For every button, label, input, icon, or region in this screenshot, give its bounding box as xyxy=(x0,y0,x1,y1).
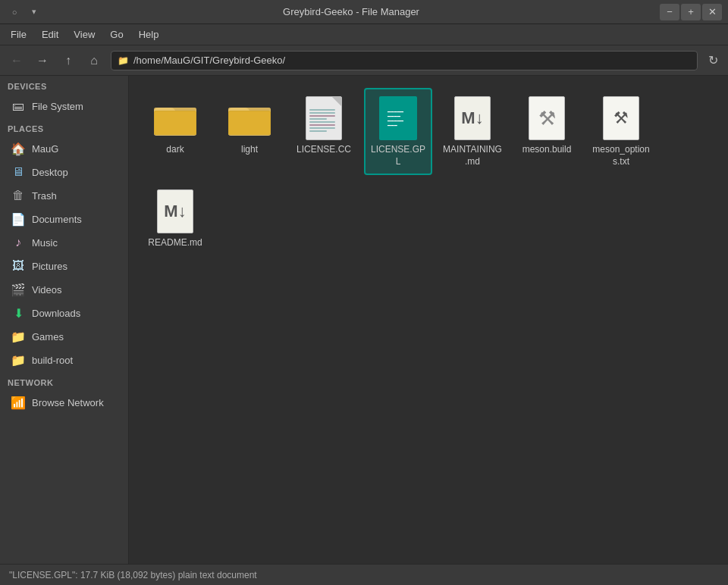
minimize-button[interactable]: − xyxy=(660,4,679,20)
sidebar-label-desktop: Desktop xyxy=(32,167,118,178)
svg-rect-3 xyxy=(155,111,196,134)
music-icon: ♪ xyxy=(11,235,26,250)
sidebar-label-games: Games xyxy=(32,331,118,343)
trash-icon: 🗑 xyxy=(11,188,26,203)
file-name-dark: dark xyxy=(166,144,184,156)
games-icon: 📁 xyxy=(11,329,26,344)
file-icon-meson-build: ⚒ xyxy=(524,95,570,141)
videos-icon: 🎬 xyxy=(11,282,26,297)
menu-view[interactable]: View xyxy=(66,26,102,43)
forward-button[interactable]: → xyxy=(30,49,55,72)
menu-help[interactable]: Help xyxy=(131,26,167,43)
places-section-label: PLACES xyxy=(0,118,128,136)
toolbar: ← → ↑ ⌂ 📁 /home/MauG/GIT/Greybird-Geeko/… xyxy=(0,45,728,76)
desktop-icon: 🖥 xyxy=(11,164,26,180)
file-item-readme-md[interactable]: M↓ README.md xyxy=(141,181,209,257)
file-item-maintaining-md[interactable]: M↓ MAINTAINING.md xyxy=(438,88,507,175)
file-icon-license-gpl: ━━━━━ ━━━━ ━━━━━ ━━━ xyxy=(375,95,421,141)
network-section-label: NETWORK xyxy=(0,372,128,390)
menubar: File Edit View Go Help xyxy=(0,24,728,45)
statusbar: "LICENSE.GPL": 17.7 KiB (18,092 bytes) p… xyxy=(0,564,728,585)
window-title: Greybird-Geeko - File Manager xyxy=(42,6,660,17)
documents-icon: 📄 xyxy=(11,211,26,227)
file-icon-meson-options: ⚒ xyxy=(598,95,644,141)
sidebar-item-file-system[interactable]: 🖴 File System xyxy=(3,95,125,117)
titlebar-left-controls: ○ ▾ xyxy=(6,5,42,19)
file-name-light: light xyxy=(241,144,258,156)
titlebar-right-controls: − + ✕ xyxy=(660,4,722,20)
file-area[interactable]: dark light LICENSE.CC xyxy=(129,76,728,564)
file-icon-license-cc xyxy=(301,95,347,141)
file-name-maintaining-md: MAINTAINING.md xyxy=(443,144,502,167)
address-bar[interactable]: 📁 /home/MauG/GIT/Greybird-Geeko/ xyxy=(111,51,698,70)
file-system-icon: 🖴 xyxy=(11,99,26,114)
build-root-icon: 📁 xyxy=(11,352,26,368)
sidebar-item-music[interactable]: ♪ Music xyxy=(3,231,125,254)
file-name-readme-md: README.md xyxy=(148,237,202,249)
sidebar-label-file-system: File System xyxy=(32,101,118,112)
sidebar-item-games[interactable]: 📁 Games xyxy=(3,325,125,348)
sidebar-label-videos: Videos xyxy=(32,284,118,296)
file-icon-dark xyxy=(152,95,198,141)
sidebar-label-downloads: Downloads xyxy=(32,308,118,319)
sidebar-label-build-root: build-root xyxy=(32,355,118,366)
sidebar-item-desktop[interactable]: 🖥 Desktop xyxy=(3,161,125,183)
back-button[interactable]: ← xyxy=(5,49,29,72)
file-item-light[interactable]: light xyxy=(215,88,284,175)
sidebar-item-downloads[interactable]: ⬇ Downloads xyxy=(3,302,125,324)
address-bar-folder-icon: 📁 xyxy=(118,55,129,66)
sidebar-label-music: Music xyxy=(32,237,118,249)
file-name-meson-options: meson_options.txt xyxy=(592,144,651,167)
home-icon: 🏠 xyxy=(11,141,26,156)
sidebar-label-maug: MauG xyxy=(32,143,118,155)
devices-section-label: DEVICES xyxy=(0,76,128,94)
downloads-icon: ⬇ xyxy=(11,305,26,321)
maximize-button[interactable]: + xyxy=(681,4,701,20)
main-layout: DEVICES 🖴 File System PLACES 🏠 MauG 🖥 De… xyxy=(0,76,728,564)
sidebar-item-videos[interactable]: 🎬 Videos xyxy=(3,278,125,301)
up-button[interactable]: ↑ xyxy=(56,49,80,72)
sidebar-item-trash[interactable]: 🗑 Trash xyxy=(3,184,125,207)
file-icon-maintaining-md: M↓ xyxy=(450,95,495,141)
file-name-license-gpl: LICENSE.GPL xyxy=(369,144,428,167)
sidebar-label-pictures: Pictures xyxy=(32,261,118,272)
svg-text:━━━: ━━━ xyxy=(387,123,397,129)
menu-edit[interactable]: Edit xyxy=(34,26,66,43)
sidebar-item-pictures[interactable]: 🖼 Pictures xyxy=(3,255,125,277)
file-name-meson-build: meson.build xyxy=(522,144,572,156)
file-item-meson-options[interactable]: ⚒ meson_options.txt xyxy=(587,88,655,175)
file-icon-readme-md: M↓ xyxy=(152,189,198,234)
window-dropdown-button[interactable]: ▾ xyxy=(26,5,42,19)
sidebar-item-build-root[interactable]: 📁 build-root xyxy=(3,349,125,371)
file-item-dark[interactable]: dark xyxy=(141,88,209,175)
svg-rect-7 xyxy=(229,111,270,134)
sidebar-label-documents: Documents xyxy=(32,214,118,225)
sidebar-item-maug[interactable]: 🏠 MauG xyxy=(3,137,125,160)
file-icon-light xyxy=(227,95,272,141)
sidebar-item-browse-network[interactable]: 📶 Browse Network xyxy=(3,391,125,414)
sidebar-label-browse-network: Browse Network xyxy=(32,397,118,408)
menu-file[interactable]: File xyxy=(3,26,34,43)
window-menu-button[interactable]: ○ xyxy=(6,5,23,19)
pictures-icon: 🖼 xyxy=(11,258,26,274)
file-item-license-gpl[interactable]: ━━━━━ ━━━━ ━━━━━ ━━━ LICENSE.GPL xyxy=(364,88,432,175)
file-item-meson-build[interactable]: ⚒ meson.build xyxy=(513,88,581,175)
sidebar: DEVICES 🖴 File System PLACES 🏠 MauG 🖥 De… xyxy=(0,76,129,564)
sidebar-label-trash: Trash xyxy=(32,190,118,202)
titlebar: ○ ▾ Greybird-Geeko - File Manager − + ✕ xyxy=(0,0,728,24)
refresh-button[interactable]: ↻ xyxy=(702,50,723,71)
file-name-license-cc: LICENSE.CC xyxy=(297,144,351,156)
file-item-license-cc[interactable]: LICENSE.CC xyxy=(290,88,358,175)
home-button[interactable]: ⌂ xyxy=(82,49,106,72)
statusbar-text: "LICENSE.GPL": 17.7 KiB (18,092 bytes) p… xyxy=(9,570,257,580)
address-bar-path: /home/MauG/GIT/Greybird-Geeko/ xyxy=(133,55,285,66)
menu-go[interactable]: Go xyxy=(102,26,130,43)
sidebar-item-documents[interactable]: 📄 Documents xyxy=(3,208,125,230)
close-button[interactable]: ✕ xyxy=(702,4,722,20)
network-icon: 📶 xyxy=(11,395,26,410)
